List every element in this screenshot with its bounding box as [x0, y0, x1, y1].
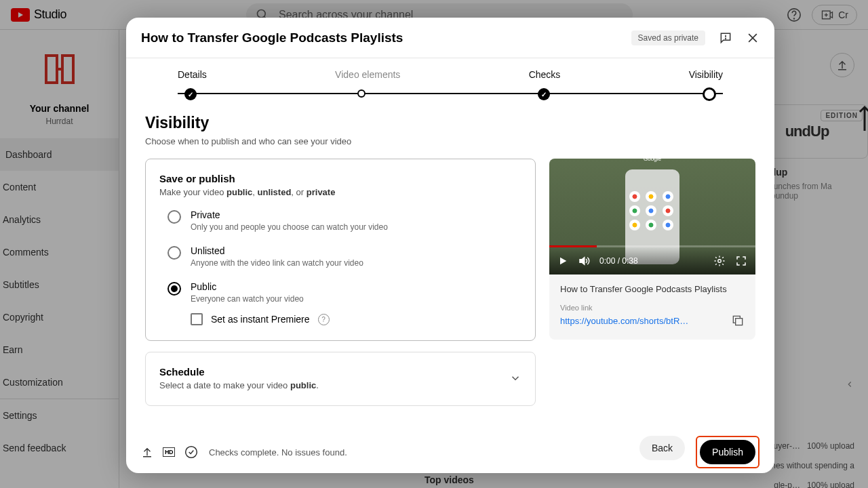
step-video-elements[interactable]: Video elements [335, 69, 400, 80]
link-label: Video link [560, 304, 745, 312]
step-visibility[interactable]: Visibility [689, 69, 723, 80]
back-button[interactable]: Back [639, 436, 685, 460]
preview-title: How to Transfer Google Podcasts Playlist… [560, 284, 745, 294]
volume-icon[interactable] [578, 255, 590, 267]
stepper: Details Video elements Checks Visibility [126, 58, 774, 108]
step-checks[interactable]: Checks [529, 69, 561, 80]
premiere-help-icon[interactable]: ? [318, 314, 330, 325]
checkbox-icon [191, 313, 203, 325]
upload-dialog: How to Transfer Google Podcasts Playlist… [126, 18, 774, 473]
save-publish-card: Save or publish Make your video public, … [145, 159, 536, 341]
publish-button[interactable]: Publish [700, 440, 755, 464]
video-time: 0:00 / 0:38 [599, 256, 638, 266]
step-dot-visibility[interactable] [703, 87, 716, 101]
video-preview: Google [549, 159, 755, 340]
feedback-icon[interactable] [719, 31, 732, 45]
section-description: Choose when to publish and who can see y… [145, 136, 755, 146]
radio-unlisted[interactable]: Unlisted Anyone with the video link can … [159, 245, 521, 268]
radio-public[interactable]: Public Everyone can watch your video [159, 281, 521, 304]
step-dot-checks[interactable] [538, 88, 550, 100]
dialog-header: How to Transfer Google Podcasts Playlist… [126, 18, 774, 58]
check-circle-icon [184, 445, 198, 459]
gear-icon[interactable] [713, 255, 726, 267]
dialog-footer: HD Checks complete. No issues found. Bac… [126, 431, 774, 473]
step-dot-video-elements[interactable] [357, 89, 366, 98]
play-icon[interactable] [557, 256, 568, 266]
svg-point-12 [726, 38, 726, 39]
schedule-card[interactable]: Schedule Select a date to make your vide… [145, 352, 536, 406]
fullscreen-icon[interactable] [735, 255, 747, 267]
footer-status: Checks complete. No issues found. [209, 447, 347, 458]
chevron-down-icon [509, 372, 521, 384]
publish-highlight: Publish [696, 436, 760, 468]
radio-icon [167, 210, 181, 224]
dialog-title: How to Transfer Google Podcasts Playlist… [141, 30, 403, 45]
card-title: Save or publish [159, 173, 521, 184]
section-title: Visibility [145, 114, 755, 132]
card-description: Make your video public, unlisted, or pri… [159, 187, 521, 197]
svg-rect-16 [736, 319, 743, 325]
copy-icon[interactable] [731, 314, 745, 327]
step-details[interactable]: Details [178, 69, 207, 80]
hd-badge: HD [163, 447, 175, 457]
radio-private[interactable]: Private Only you and people you choose c… [159, 209, 521, 232]
upload-status-icon [141, 446, 153, 458]
video-link[interactable]: https://youtube.com/shorts/btR… [560, 316, 688, 326]
step-dot-details[interactable] [184, 88, 197, 100]
video-thumbnail[interactable]: Google [549, 159, 755, 274]
close-icon[interactable] [746, 31, 760, 45]
svg-point-17 [186, 447, 197, 458]
radio-icon [167, 282, 181, 296]
premiere-checkbox-row[interactable]: Set as instant Premiere ? [159, 313, 521, 325]
radio-icon [167, 246, 181, 260]
saved-badge: Saved as private [631, 30, 705, 45]
svg-point-15 [718, 260, 722, 263]
